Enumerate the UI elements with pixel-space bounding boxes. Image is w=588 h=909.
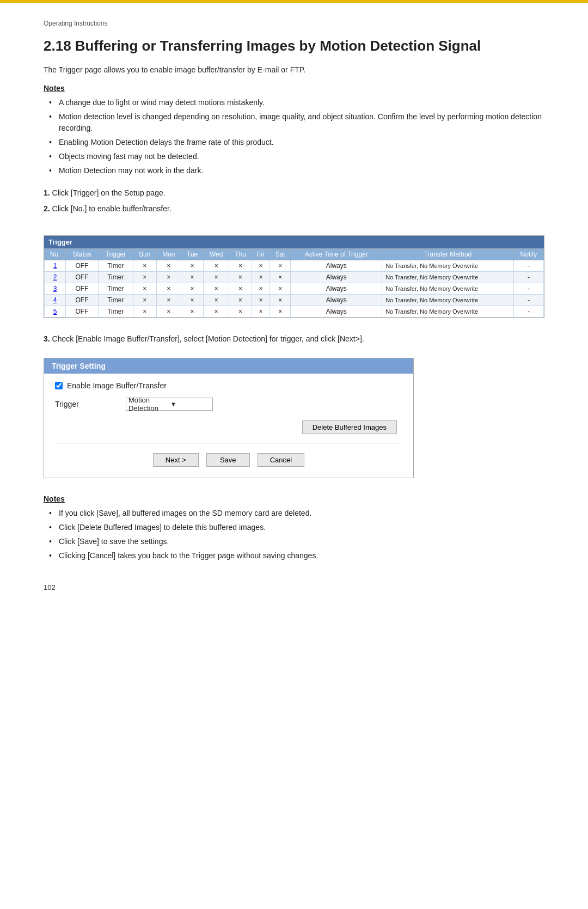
table-cell: × <box>204 306 229 317</box>
note2-item: Click [Delete Buffered Images] to delete… <box>49 522 544 533</box>
col-notify: Notify <box>513 248 543 260</box>
table-cell[interactable]: 1 <box>45 260 66 271</box>
table-cell: × <box>204 283 229 294</box>
step3-text: 3. Check [Enable Image Buffer/Transfer],… <box>44 333 544 345</box>
cancel-button[interactable]: Cancel <box>258 453 304 467</box>
enable-label: Enable Image Buffer/Transfer <box>67 381 167 390</box>
note2-item: If you click [Save], all buffered images… <box>49 508 544 519</box>
notes2-heading: Notes <box>44 495 544 503</box>
table-cell: × <box>229 260 252 271</box>
row-number-link[interactable]: 3 <box>53 285 57 292</box>
table-cell[interactable]: 5 <box>45 306 66 317</box>
table-row: 4OFFTimer×××××××AlwaysNo Transfer, No Me… <box>45 294 544 306</box>
table-cell: × <box>270 260 290 271</box>
divider <box>55 443 402 443</box>
table-cell: - <box>513 260 543 271</box>
trigger-row: Trigger Motion Detection ▼ <box>55 398 402 411</box>
table-cell: OFF <box>66 283 98 294</box>
table-row: 5OFFTimer×××××××AlwaysNo Transfer, No Me… <box>45 306 544 317</box>
col-fri: Fri <box>252 248 270 260</box>
save-button[interactable]: Save <box>206 453 250 467</box>
table-cell: No Transfer, No Memory Overwrite <box>382 283 514 294</box>
action-buttons-row: Next > Save Cancel <box>55 449 402 470</box>
table-cell: × <box>133 271 156 283</box>
table-cell: × <box>252 260 270 271</box>
page-title: 2.18 Buffering or Transferring Images by… <box>44 37 544 56</box>
table-cell: × <box>252 283 270 294</box>
trigger-table-body: 1OFFTimer×××××××AlwaysNo Transfer, No Me… <box>45 260 544 317</box>
table-cell: Timer <box>98 260 133 271</box>
table-cell: × <box>181 271 203 283</box>
step1: 1. Click [Trigger] on the Setup page. <box>44 187 544 199</box>
table-cell[interactable]: 4 <box>45 294 66 306</box>
delete-buffered-images-button[interactable]: Delete Buffered Images <box>302 420 397 434</box>
trigger-table-title: Trigger <box>44 236 544 248</box>
table-cell: × <box>133 283 156 294</box>
trigger-table-wrapper: Trigger No. Status Trigger Sun Mon Tue W… <box>44 235 544 318</box>
note-item: A change due to light or wind may detect… <box>49 97 544 108</box>
table-cell: × <box>270 283 290 294</box>
table-cell: × <box>252 294 270 306</box>
row-number-link[interactable]: 2 <box>53 273 57 281</box>
table-cell: × <box>181 294 203 306</box>
enable-row: Enable Image Buffer/Transfer <box>55 381 402 390</box>
row-number-link[interactable]: 5 <box>53 308 57 315</box>
table-cell[interactable]: 2 <box>45 271 66 283</box>
table-row: 1OFFTimer×××××××AlwaysNo Transfer, No Me… <box>45 260 544 271</box>
table-cell: × <box>156 271 181 283</box>
dropdown-arrow-icon: ▼ <box>170 401 210 407</box>
table-cell: OFF <box>66 260 98 271</box>
table-cell: × <box>270 294 290 306</box>
trigger-select-value: Motion Detection <box>128 396 168 412</box>
trigger-table: No. Status Trigger Sun Mon Tue Wed Thu F… <box>44 248 544 318</box>
table-cell: × <box>156 283 181 294</box>
col-sat: Sat <box>270 248 290 260</box>
next-button[interactable]: Next > <box>153 453 199 467</box>
table-cell: × <box>229 271 252 283</box>
col-transfer-method: Transfer Method <box>382 248 514 260</box>
table-cell: No Transfer, No Memory Overwrite <box>382 271 514 283</box>
page-content: Operating Instructions 2.18 Buffering or… <box>0 3 588 624</box>
table-cell: × <box>229 283 252 294</box>
table-cell: Timer <box>98 283 133 294</box>
table-cell: - <box>513 306 543 317</box>
table-cell: Timer <box>98 294 133 306</box>
breadcrumb: Operating Instructions <box>44 20 544 27</box>
table-cell: Timer <box>98 306 133 317</box>
table-cell: × <box>156 260 181 271</box>
table-cell: Timer <box>98 271 133 283</box>
col-trigger: Trigger <box>98 248 133 260</box>
row-number-link[interactable]: 1 <box>53 262 57 270</box>
table-cell: × <box>133 260 156 271</box>
table-cell: - <box>513 271 543 283</box>
notes-list: A change due to light or wind may detect… <box>44 97 544 176</box>
col-status: Status <box>66 248 98 260</box>
trigger-setting-header: Trigger Setting <box>44 358 413 374</box>
table-cell: Always <box>291 306 382 317</box>
row-number-link[interactable]: 4 <box>53 296 57 304</box>
col-no: No. <box>45 248 66 260</box>
trigger-select[interactable]: Motion Detection ▼ <box>126 398 213 411</box>
step2: 2. Click [No.] to enable buffer/transfer… <box>44 203 544 215</box>
table-cell: OFF <box>66 294 98 306</box>
table-cell: OFF <box>66 271 98 283</box>
table-cell: × <box>181 283 203 294</box>
table-cell: No Transfer, No Memory Overwrite <box>382 306 514 317</box>
col-sun: Sun <box>133 248 156 260</box>
enable-checkbox[interactable] <box>55 382 63 389</box>
col-tue: Tue <box>181 248 203 260</box>
table-cell: × <box>204 294 229 306</box>
table-cell: × <box>133 306 156 317</box>
table-cell: × <box>156 294 181 306</box>
col-thu: Thu <box>229 248 252 260</box>
table-cell: × <box>204 271 229 283</box>
notes2-list: If you click [Save], all buffered images… <box>44 508 544 562</box>
table-cell: Always <box>291 294 382 306</box>
table-cell: Always <box>291 283 382 294</box>
table-cell: × <box>229 306 252 317</box>
table-cell: × <box>252 306 270 317</box>
table-cell[interactable]: 3 <box>45 283 66 294</box>
table-cell: × <box>270 271 290 283</box>
col-active-time: Active Time of Trigger <box>291 248 382 260</box>
table-cell: × <box>181 260 203 271</box>
